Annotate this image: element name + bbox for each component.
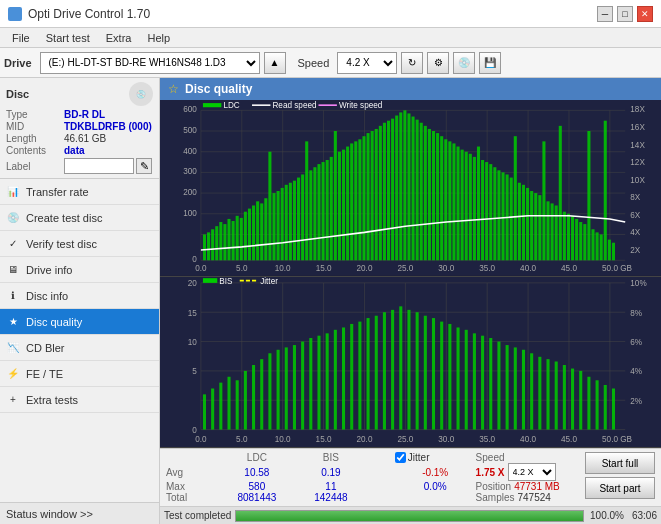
length-val: 46.61 GB [64, 133, 106, 144]
svg-rect-108 [452, 143, 455, 260]
svg-text:10: 10 [188, 336, 197, 347]
sidebar-item-drive-info[interactable]: 🖥 Drive info [0, 257, 159, 283]
svg-rect-211 [440, 321, 443, 429]
svg-rect-67 [285, 185, 288, 260]
svg-rect-228 [579, 371, 582, 430]
svg-text:10%: 10% [630, 278, 647, 289]
svg-rect-106 [444, 139, 447, 260]
svg-rect-208 [416, 312, 419, 429]
svg-rect-190 [268, 353, 271, 429]
svg-rect-224 [546, 359, 549, 429]
sidebar-item-transfer-rate[interactable]: 📊 Transfer rate [0, 179, 159, 205]
speed-select-dropdown[interactable]: 4.2 X [508, 463, 556, 481]
sidebar-item-disc-quality[interactable]: ★ Disc quality [0, 309, 159, 335]
menu-file[interactable]: File [4, 30, 38, 46]
svg-rect-114 [477, 147, 480, 261]
svg-rect-78 [330, 157, 333, 260]
ldc-header: LDC [220, 452, 294, 463]
svg-rect-105 [440, 136, 443, 260]
sidebar-item-cd-bler[interactable]: 📉 CD Bler [0, 335, 159, 361]
ldc-chart: 600 500 400 300 200 100 0 18X 16X 14X 12… [160, 100, 661, 277]
svg-text:20.0: 20.0 [357, 434, 373, 445]
svg-rect-204 [383, 312, 386, 429]
svg-rect-193 [293, 345, 296, 430]
svg-rect-110 [461, 150, 464, 261]
svg-text:25.0: 25.0 [397, 434, 413, 445]
svg-rect-218 [497, 341, 500, 429]
svg-text:8%: 8% [630, 307, 642, 318]
svg-text:10.0: 10.0 [275, 264, 291, 273]
svg-text:5.0: 5.0 [236, 264, 248, 273]
sidebar-item-fe-te[interactable]: ⚡ FE / TE [0, 361, 159, 387]
svg-text:2X: 2X [630, 246, 641, 255]
stats-area: LDC BIS Jitter Speed [160, 448, 661, 506]
jitter-checkbox[interactable] [395, 452, 406, 463]
maximize-button[interactable]: □ [617, 6, 633, 22]
progress-label: Test completed [164, 510, 231, 521]
svg-rect-134 [559, 126, 562, 260]
mid-val: TDKBLDRFB (000) [64, 121, 152, 132]
jitter-check-cell: Jitter [395, 452, 476, 463]
svg-rect-58 [248, 209, 251, 261]
sidebar-item-create-test-disc[interactable]: 💿 Create test disc [0, 205, 159, 231]
svg-text:500: 500 [183, 126, 197, 135]
close-button[interactable]: ✕ [637, 6, 653, 22]
disc-type-row: Type BD-R DL [6, 109, 153, 120]
svg-text:5: 5 [192, 366, 197, 377]
svg-text:10.0: 10.0 [275, 434, 291, 445]
bis-chart: 20 15 10 5 0 10% 8% 6% 4% 2% [160, 277, 661, 448]
title-bar-left: Opti Drive Control 1.70 [8, 7, 150, 21]
svg-rect-76 [322, 162, 325, 260]
svg-rect-93 [391, 119, 394, 261]
svg-rect-57 [244, 212, 247, 261]
menu-start-test[interactable]: Start test [38, 30, 98, 46]
svg-text:Jitter: Jitter [260, 277, 278, 286]
save-button[interactable]: 💾 [479, 52, 501, 74]
bis-header: BIS [294, 452, 368, 463]
svg-text:30.0: 30.0 [438, 434, 454, 445]
svg-text:BIS: BIS [219, 277, 232, 286]
sidebar-item-disc-info[interactable]: ℹ Disc info [0, 283, 159, 309]
menu-help[interactable]: Help [139, 30, 178, 46]
sidebar-item-extra-tests[interactable]: + Extra tests [0, 387, 159, 413]
chart-header: ☆ Disc quality [160, 78, 661, 100]
refresh-button[interactable]: ↻ [401, 52, 423, 74]
svg-rect-206 [399, 306, 402, 429]
progress-bar-inner [236, 511, 583, 521]
svg-rect-188 [252, 365, 255, 430]
quality-icon: ★ [6, 315, 20, 329]
disc-label-row: Label ✎ [6, 158, 153, 174]
start-part-button[interactable]: Start part [585, 477, 655, 499]
svg-rect-146 [608, 240, 611, 261]
svg-text:45.0: 45.0 [561, 264, 577, 273]
svg-text:200: 200 [183, 188, 197, 197]
sidebar-item-verify-test-disc[interactable]: ✓ Verify test disc [0, 231, 159, 257]
svg-rect-83 [350, 143, 353, 260]
svg-rect-91 [383, 123, 386, 261]
svg-rect-192 [285, 347, 288, 429]
svg-rect-140 [583, 224, 586, 260]
svg-rect-229 [587, 377, 590, 430]
label-input[interactable] [64, 158, 134, 174]
svg-rect-202 [367, 318, 370, 430]
drive-icon: 🖥 [6, 263, 20, 277]
svg-rect-61 [260, 203, 263, 260]
drive-select[interactable]: (E:) HL-DT-ST BD-RE WH16NS48 1.D3 [40, 52, 260, 74]
svg-rect-189 [260, 359, 263, 429]
speed-select[interactable]: 4.2 X [337, 52, 397, 74]
svg-rect-223 [538, 357, 541, 430]
svg-rect-133 [555, 205, 558, 260]
svg-rect-143 [596, 232, 599, 260]
status-window[interactable]: Status window >> [0, 502, 159, 524]
label-edit-button[interactable]: ✎ [136, 158, 152, 174]
disc-button[interactable]: 💿 [453, 52, 475, 74]
svg-rect-96 [403, 110, 406, 260]
svg-rect-217 [489, 338, 492, 430]
minimize-button[interactable]: ─ [597, 6, 613, 22]
eject-button[interactable]: ▲ [264, 52, 286, 74]
settings-button[interactable]: ⚙ [427, 52, 449, 74]
svg-rect-215 [473, 333, 476, 429]
menu-extra[interactable]: Extra [98, 30, 140, 46]
start-full-button[interactable]: Start full [585, 452, 655, 474]
samples-label: Samples [476, 492, 515, 503]
